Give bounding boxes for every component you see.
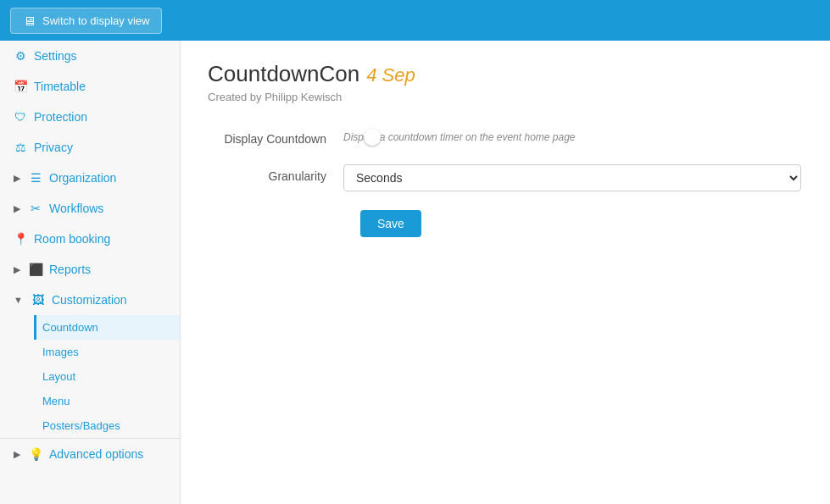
timetable-icon: 📅 [14, 80, 27, 93]
sidebar-item-workflows-label: Workflows [49, 202, 103, 215]
page-header: CountdownCon4 Sep Created by Philipp Kew… [208, 61, 803, 103]
organization-icon: ☰ [29, 171, 42, 185]
sidebar-item-posters-badges[interactable]: Posters/Badges [34, 413, 180, 438]
switch-to-display-view-button[interactable]: 🖥 Switch to display view [10, 8, 162, 34]
event-name-static: CountdownCon [208, 61, 359, 86]
sidebar-item-workflows[interactable]: ▶ ✂ Workflows [0, 193, 180, 224]
room-booking-icon: 📍 [14, 232, 27, 246]
sidebar-item-advanced-options[interactable]: ▶ 💡 Advanced options [0, 439, 180, 469]
sidebar: ⚙ Settings 📅 Timetable 🛡 Protection ⚖ Pr… [0, 41, 181, 504]
sidebar-item-customization[interactable]: ▼ 🖼 Customization [0, 285, 180, 315]
granularity-label: Granularity [208, 164, 343, 183]
sidebar-item-customization-label: Customization [52, 293, 127, 307]
toggle-thumb [364, 129, 381, 146]
sidebar-item-layout-label: Layout [42, 370, 75, 383]
sidebar-item-menu[interactable]: Menu [34, 389, 180, 413]
reports-icon: ⬛ [29, 263, 42, 276]
top-bar: 🖥 Switch to display view [0, 0, 830, 41]
chevron-down-icon: ▼ [14, 295, 23, 305]
sidebar-item-organization-label: Organization [49, 171, 116, 185]
chevron-right-icon-4: ▶ [14, 449, 20, 460]
main-content: CountdownCon4 Sep Created by Philipp Kew… [181, 41, 830, 504]
save-row: Save [208, 210, 803, 237]
chevron-right-icon-3: ▶ [14, 264, 20, 275]
display-countdown-row: Display Countdown Display a countdown ti… [208, 127, 803, 146]
sidebar-item-settings[interactable]: ⚙ Settings [0, 41, 180, 71]
event-date: 4 Sep [366, 64, 415, 86]
sidebar-item-menu-label: Menu [42, 395, 70, 407]
granularity-row: Granularity Seconds Minutes Hours Days [208, 164, 803, 191]
sidebar-item-advanced-options-label: Advanced options [49, 447, 143, 461]
display-countdown-control: Display a countdown timer on the event h… [343, 127, 803, 143]
advanced-options-icon: 💡 [29, 447, 42, 461]
page-title: CountdownCon4 Sep [208, 61, 803, 87]
monitor-icon: 🖥 [23, 14, 36, 28]
sidebar-item-privacy-label: Privacy [34, 141, 73, 154]
granularity-select[interactable]: Seconds Minutes Hours Days [343, 164, 801, 191]
main-layout: ⚙ Settings 📅 Timetable 🛡 Protection ⚖ Pr… [0, 41, 830, 504]
sidebar-item-reports[interactable]: ▶ ⬛ Reports [0, 254, 180, 285]
sidebar-item-protection-label: Protection [34, 110, 87, 124]
save-button[interactable]: Save [360, 210, 421, 237]
sidebar-item-images-label: Images [42, 346, 79, 358]
customization-icon: 🖼 [31, 293, 45, 307]
granularity-control: Seconds Minutes Hours Days [343, 164, 803, 191]
workflows-icon: ✂ [29, 202, 42, 215]
switch-to-display-view-label: Switch to display view [42, 14, 149, 27]
chevron-right-icon-2: ▶ [14, 203, 20, 214]
chevron-right-icon: ▶ [14, 173, 20, 184]
sidebar-item-reports-label: Reports [49, 263, 91, 276]
sidebar-item-settings-label: Settings [34, 49, 77, 63]
sidebar-item-timetable-label: Timetable [34, 80, 86, 93]
sidebar-item-organization[interactable]: ▶ ☰ Organization [0, 163, 180, 193]
sidebar-item-countdown-label: Countdown [42, 321, 98, 334]
sidebar-item-room-booking[interactable]: 📍 Room booking [0, 224, 180, 254]
sidebar-item-privacy[interactable]: ⚖ Privacy [0, 132, 180, 163]
privacy-icon: ⚖ [14, 141, 27, 154]
display-countdown-label: Display Countdown [208, 127, 343, 146]
sidebar-item-posters-badges-label: Posters/Badges [42, 419, 120, 432]
customization-submenu: Countdown Images Layout Menu Posters/Bad… [0, 315, 180, 438]
display-countdown-hint: Display a countdown timer on the event h… [343, 131, 803, 143]
sidebar-item-images[interactable]: Images [34, 340, 180, 364]
sidebar-item-layout[interactable]: Layout [34, 364, 180, 389]
sidebar-item-room-booking-label: Room booking [34, 232, 110, 246]
settings-icon: ⚙ [14, 49, 27, 63]
page-subtitle: Created by Philipp Kewisch [208, 91, 803, 103]
sidebar-item-timetable[interactable]: 📅 Timetable [0, 71, 180, 102]
sidebar-item-countdown[interactable]: Countdown [34, 315, 180, 340]
sidebar-item-protection[interactable]: 🛡 Protection [0, 102, 180, 132]
shield-icon: 🛡 [14, 110, 27, 124]
